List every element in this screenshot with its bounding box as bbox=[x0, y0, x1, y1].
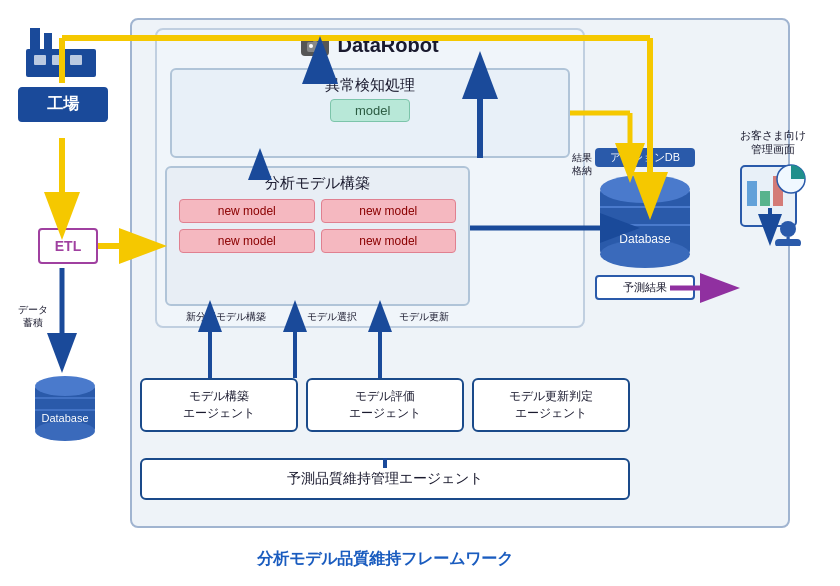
analysis-box: 分析モデル構築 new model new model new model ne… bbox=[165, 166, 470, 306]
new-model-1: new model bbox=[179, 199, 315, 223]
svg-rect-8 bbox=[52, 55, 64, 65]
new-model-3: new model bbox=[179, 229, 315, 253]
svg-point-12 bbox=[35, 421, 95, 441]
svg-rect-23 bbox=[747, 181, 757, 206]
new-model-4: new model bbox=[321, 229, 457, 253]
svg-rect-24 bbox=[760, 191, 770, 206]
customer-area: お客さま向け管理画面 bbox=[728, 128, 818, 250]
agent-box-1: モデル構築エージェント bbox=[140, 378, 298, 432]
etl-label: ETL bbox=[55, 238, 81, 254]
svg-text:Database: Database bbox=[41, 412, 88, 424]
database-left-icon: Database bbox=[30, 368, 100, 443]
svg-point-11 bbox=[35, 376, 95, 396]
new-model-2: new model bbox=[321, 199, 457, 223]
data-label: データ蓄積 bbox=[18, 303, 48, 329]
svg-rect-3 bbox=[313, 38, 317, 42]
anomaly-title: 異常検知処理 bbox=[172, 70, 568, 99]
diagram-container: DataRobot 異常検知処理 model 分析モデル構築 new model… bbox=[10, 8, 830, 578]
analysis-title: 分析モデル構築 bbox=[167, 168, 468, 199]
svg-rect-4 bbox=[30, 28, 40, 50]
arrow-label-3: モデル更新 bbox=[399, 310, 449, 324]
arrow-label-1: 新分析モデル構築 bbox=[186, 310, 266, 324]
svg-text:Database: Database bbox=[619, 232, 671, 246]
agent-box-2: モデル評価エージェント bbox=[306, 378, 464, 432]
yosoku-badge: 予測結果 bbox=[595, 275, 695, 300]
datarobot-header: DataRobot bbox=[155, 28, 585, 63]
model-grid: new model new model new model new model bbox=[167, 199, 468, 253]
factory-area: 工場 bbox=[18, 23, 108, 122]
action-db-icon: Database bbox=[595, 169, 695, 269]
db-left: Database bbox=[30, 368, 100, 447]
svg-point-27 bbox=[780, 221, 796, 237]
svg-rect-9 bbox=[70, 55, 82, 65]
model-badge: model bbox=[330, 99, 410, 122]
action-db-area: アクションDB Database 予測結果 bbox=[595, 148, 695, 300]
customer-icon bbox=[733, 161, 813, 246]
datarobot-logo-icon bbox=[301, 36, 329, 56]
action-db-label: アクションDB bbox=[595, 148, 695, 167]
svg-point-1 bbox=[309, 44, 313, 48]
customer-label: お客さま向け管理画面 bbox=[728, 128, 818, 157]
agent-box-3: モデル更新判定エージェント bbox=[472, 378, 630, 432]
arrow-label-2: モデル選択 bbox=[307, 310, 357, 324]
factory-label: 工場 bbox=[18, 87, 108, 122]
anomaly-box: 異常検知処理 model bbox=[170, 68, 570, 158]
etl-box: ETL bbox=[38, 228, 98, 264]
factory-icon bbox=[18, 23, 108, 83]
arrow-labels: 新分析モデル構築 モデル選択 モデル更新 bbox=[165, 310, 470, 324]
datarobot-title: DataRobot bbox=[337, 34, 438, 57]
framework-label: 分析モデル品質維持フレームワーク bbox=[140, 549, 630, 570]
agents-row: モデル構築エージェント モデル評価エージェント モデル更新判定エージェント bbox=[140, 378, 630, 432]
svg-rect-7 bbox=[34, 55, 46, 65]
svg-point-17 bbox=[600, 175, 690, 203]
quality-agent-label: 予測品質維持管理エージェント bbox=[287, 470, 483, 486]
svg-point-2 bbox=[317, 44, 321, 48]
quality-agent-box: 予測品質維持管理エージェント bbox=[140, 458, 630, 500]
svg-rect-5 bbox=[44, 33, 52, 50]
kekka-label: 結果格納 bbox=[572, 151, 592, 177]
